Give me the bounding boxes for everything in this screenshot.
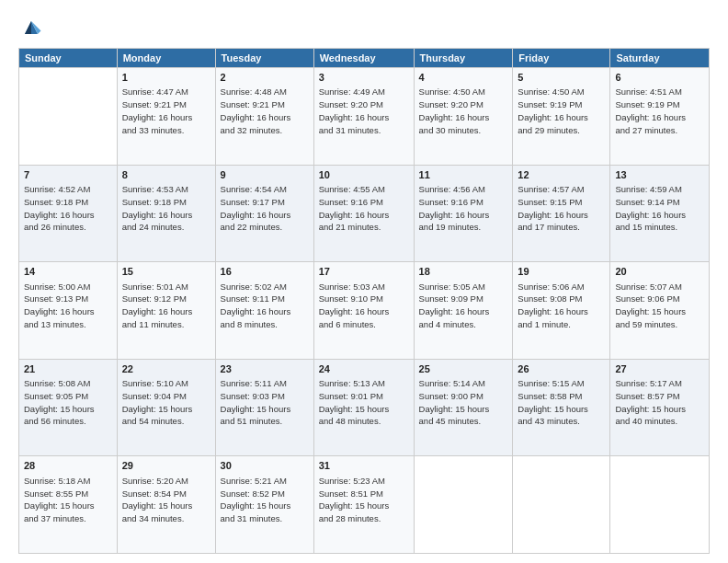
svg-marker-2 — [25, 21, 31, 34]
day-number: 15 — [122, 265, 210, 279]
logo-icon — [18, 15, 44, 40]
day-cell: 22Sunrise: 5:10 AM Sunset: 9:04 PM Dayli… — [117, 359, 215, 456]
day-number: 1 — [122, 71, 210, 85]
day-number: 8 — [122, 168, 210, 182]
logo — [18, 15, 48, 40]
day-cell: 14Sunrise: 5:00 AM Sunset: 9:13 PM Dayli… — [19, 262, 118, 360]
day-number: 2 — [221, 71, 309, 85]
day-cell: 27Sunrise: 5:17 AM Sunset: 8:57 PM Dayli… — [610, 359, 710, 456]
calendar-body: 1Sunrise: 4:47 AM Sunset: 9:21 PM Daylig… — [19, 68, 710, 554]
day-info: Sunrise: 4:47 AM Sunset: 9:21 PM Dayligh… — [122, 86, 210, 136]
day-cell: 5Sunrise: 4:50 AM Sunset: 9:19 PM Daylig… — [513, 68, 610, 166]
week-row-2: 7Sunrise: 4:52 AM Sunset: 9:18 PM Daylig… — [19, 165, 710, 262]
day-info: Sunrise: 5:08 AM Sunset: 9:05 PM Dayligh… — [24, 377, 112, 428]
day-info: Sunrise: 5:03 AM Sunset: 9:10 PM Dayligh… — [319, 281, 409, 331]
day-info: Sunrise: 4:50 AM Sunset: 9:20 PM Dayligh… — [419, 86, 508, 136]
week-row-1: 1Sunrise: 4:47 AM Sunset: 9:21 PM Daylig… — [19, 68, 710, 166]
day-cell: 23Sunrise: 5:11 AM Sunset: 9:03 PM Dayli… — [215, 359, 313, 456]
week-row-5: 28Sunrise: 5:18 AM Sunset: 8:55 PM Dayli… — [19, 456, 710, 554]
day-cell: 17Sunrise: 5:03 AM Sunset: 9:10 PM Dayli… — [313, 262, 414, 360]
day-info: Sunrise: 4:51 AM Sunset: 9:19 PM Dayligh… — [615, 86, 704, 136]
day-number: 7 — [24, 168, 112, 182]
day-number: 16 — [221, 265, 309, 279]
col-header-tuesday: Tuesday — [215, 49, 313, 68]
day-info: Sunrise: 5:20 AM Sunset: 8:54 PM Dayligh… — [122, 475, 210, 525]
day-cell: 9Sunrise: 4:54 AM Sunset: 9:17 PM Daylig… — [215, 165, 313, 262]
day-info: Sunrise: 4:49 AM Sunset: 9:20 PM Dayligh… — [319, 86, 409, 136]
day-cell: 29Sunrise: 5:20 AM Sunset: 8:54 PM Dayli… — [117, 456, 215, 554]
day-info: Sunrise: 4:50 AM Sunset: 9:19 PM Dayligh… — [518, 86, 605, 136]
day-info: Sunrise: 5:23 AM Sunset: 8:51 PM Dayligh… — [319, 475, 409, 525]
day-cell: 25Sunrise: 5:14 AM Sunset: 9:00 PM Dayli… — [414, 359, 513, 456]
day-info: Sunrise: 4:54 AM Sunset: 9:17 PM Dayligh… — [221, 183, 309, 234]
day-info: Sunrise: 5:14 AM Sunset: 9:00 PM Dayligh… — [419, 377, 508, 428]
day-number: 20 — [615, 265, 704, 279]
day-cell: 24Sunrise: 5:13 AM Sunset: 9:01 PM Dayli… — [313, 359, 414, 456]
day-number: 21 — [24, 362, 112, 376]
col-header-saturday: Saturday — [610, 49, 710, 68]
day-cell: 28Sunrise: 5:18 AM Sunset: 8:55 PM Dayli… — [19, 456, 118, 554]
day-number: 5 — [518, 71, 605, 85]
week-row-3: 14Sunrise: 5:00 AM Sunset: 9:13 PM Dayli… — [19, 262, 710, 360]
day-info: Sunrise: 5:05 AM Sunset: 9:09 PM Dayligh… — [419, 281, 508, 331]
day-number: 26 — [518, 362, 605, 376]
day-cell: 19Sunrise: 5:06 AM Sunset: 9:08 PM Dayli… — [513, 262, 610, 360]
day-info: Sunrise: 5:07 AM Sunset: 9:06 PM Dayligh… — [615, 281, 704, 331]
day-info: Sunrise: 4:57 AM Sunset: 9:15 PM Dayligh… — [518, 183, 605, 234]
day-info: Sunrise: 4:59 AM Sunset: 9:14 PM Dayligh… — [615, 183, 704, 234]
day-cell — [610, 456, 710, 554]
day-cell: 3Sunrise: 4:49 AM Sunset: 9:20 PM Daylig… — [313, 68, 414, 166]
header — [18, 15, 710, 40]
day-number: 13 — [615, 168, 704, 182]
day-cell: 10Sunrise: 4:55 AM Sunset: 9:16 PM Dayli… — [313, 165, 414, 262]
day-info: Sunrise: 4:48 AM Sunset: 9:21 PM Dayligh… — [221, 86, 309, 136]
day-number: 31 — [319, 459, 409, 473]
day-number: 25 — [419, 362, 508, 376]
day-info: Sunrise: 4:55 AM Sunset: 9:16 PM Dayligh… — [319, 183, 409, 234]
day-info: Sunrise: 5:06 AM Sunset: 9:08 PM Dayligh… — [518, 281, 605, 331]
calendar-table: SundayMondayTuesdayWednesdayThursdayFrid… — [18, 48, 710, 554]
day-number: 22 — [122, 362, 210, 376]
day-number: 11 — [419, 168, 508, 182]
day-number: 4 — [419, 71, 508, 85]
day-number: 30 — [221, 459, 309, 473]
day-info: Sunrise: 5:01 AM Sunset: 9:12 PM Dayligh… — [122, 281, 210, 331]
day-number: 14 — [24, 265, 112, 279]
day-number: 27 — [615, 362, 704, 376]
day-cell: 6Sunrise: 4:51 AM Sunset: 9:19 PM Daylig… — [610, 68, 710, 166]
day-number: 12 — [518, 168, 605, 182]
day-number: 29 — [122, 459, 210, 473]
day-number: 6 — [615, 71, 704, 85]
day-cell: 4Sunrise: 4:50 AM Sunset: 9:20 PM Daylig… — [414, 68, 513, 166]
page: SundayMondayTuesdayWednesdayThursdayFrid… — [0, 0, 728, 563]
day-info: Sunrise: 5:13 AM Sunset: 9:01 PM Dayligh… — [319, 377, 409, 428]
day-cell: 16Sunrise: 5:02 AM Sunset: 9:11 PM Dayli… — [215, 262, 313, 360]
calendar-header: SundayMondayTuesdayWednesdayThursdayFrid… — [19, 49, 710, 68]
day-cell: 30Sunrise: 5:21 AM Sunset: 8:52 PM Dayli… — [215, 456, 313, 554]
day-cell: 7Sunrise: 4:52 AM Sunset: 9:18 PM Daylig… — [19, 165, 118, 262]
day-cell: 31Sunrise: 5:23 AM Sunset: 8:51 PM Dayli… — [313, 456, 414, 554]
week-row-4: 21Sunrise: 5:08 AM Sunset: 9:05 PM Dayli… — [19, 359, 710, 456]
day-number: 17 — [319, 265, 409, 279]
day-cell: 8Sunrise: 4:53 AM Sunset: 9:18 PM Daylig… — [117, 165, 215, 262]
day-info: Sunrise: 4:52 AM Sunset: 9:18 PM Dayligh… — [24, 183, 112, 234]
day-info: Sunrise: 5:10 AM Sunset: 9:04 PM Dayligh… — [122, 377, 210, 428]
day-cell: 11Sunrise: 4:56 AM Sunset: 9:16 PM Dayli… — [414, 165, 513, 262]
day-cell: 21Sunrise: 5:08 AM Sunset: 9:05 PM Dayli… — [19, 359, 118, 456]
day-number: 28 — [24, 459, 112, 473]
day-number: 3 — [319, 71, 409, 85]
day-cell — [414, 456, 513, 554]
day-info: Sunrise: 5:11 AM Sunset: 9:03 PM Dayligh… — [221, 377, 309, 428]
day-number: 18 — [419, 265, 508, 279]
day-info: Sunrise: 5:15 AM Sunset: 8:58 PM Dayligh… — [518, 377, 605, 428]
col-header-monday: Monday — [117, 49, 215, 68]
day-number: 23 — [221, 362, 309, 376]
day-cell: 1Sunrise: 4:47 AM Sunset: 9:21 PM Daylig… — [117, 68, 215, 166]
day-cell — [19, 68, 118, 166]
col-header-wednesday: Wednesday — [313, 49, 414, 68]
day-cell: 26Sunrise: 5:15 AM Sunset: 8:58 PM Dayli… — [513, 359, 610, 456]
day-cell: 15Sunrise: 5:01 AM Sunset: 9:12 PM Dayli… — [117, 262, 215, 360]
col-header-sunday: Sunday — [19, 49, 118, 68]
day-info: Sunrise: 5:18 AM Sunset: 8:55 PM Dayligh… — [24, 475, 112, 525]
day-cell: 12Sunrise: 4:57 AM Sunset: 9:15 PM Dayli… — [513, 165, 610, 262]
